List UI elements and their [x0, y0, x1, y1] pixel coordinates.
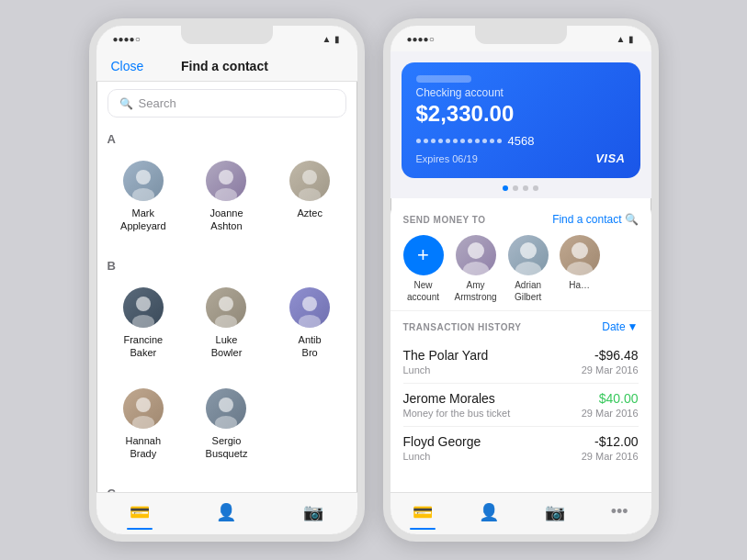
avatar: [123, 388, 164, 429]
transaction-polar-yard[interactable]: The Polar Yard -$96.48 Lunch 29 Mar 2016: [403, 341, 639, 384]
transaction-amount: -$12.00: [594, 434, 638, 449]
card-brand: VISA: [595, 151, 625, 165]
time-display: 9:41 AM: [506, 33, 545, 44]
transaction-name: Floyd George: [403, 434, 481, 449]
contact-antib[interactable]: AntibBro: [270, 276, 350, 371]
status-icons: ▲ ▮: [323, 34, 341, 44]
carousel-dot-4: [533, 185, 538, 191]
account-type: Checking account: [416, 86, 626, 99]
recipient-amy[interactable]: AmyArmstrong: [455, 235, 497, 303]
status-bar-right: ●●●●○ 9:41 AM ▲ ▮: [390, 26, 651, 51]
transaction-sub-row: Lunch 29 Mar 2016: [403, 451, 639, 462]
transactions-section: TRANSACTION HISTORY Date ▼ The Polar Yar…: [390, 311, 651, 478]
signal-icon: ●●●●○: [407, 34, 435, 44]
svg-point-13: [132, 416, 154, 429]
tab-cards[interactable]: 💳: [130, 502, 150, 522]
left-phone: ●●●●○ 9:41 AM ▲ ▮ Close Find a contact 🔍…: [89, 18, 365, 542]
svg-point-24: [463, 262, 489, 275]
cards-icon: 💳: [130, 502, 150, 522]
cards-icon: 💳: [413, 502, 433, 522]
contact-name: JoanneAshton: [209, 207, 243, 233]
active-indicator: [127, 528, 153, 530]
recipient-name: AmyArmstrong: [455, 279, 497, 303]
transaction-description: Lunch: [403, 451, 431, 462]
tab-contacts[interactable]: 👤: [216, 502, 236, 522]
recipient-name: AdrianGilbert: [515, 279, 541, 303]
tab-cards-right[interactable]: 💳: [413, 502, 433, 522]
contact-mark[interactable]: MarkAppleyard: [104, 150, 184, 244]
contact-name: LukeBowler: [211, 333, 243, 360]
search-placeholder: Search: [139, 96, 176, 110]
recipient-name: Newaccount: [407, 279, 439, 303]
contact-joanne[interactable]: JoanneAshton: [187, 150, 266, 244]
find-contact-button[interactable]: Find a contact 🔍: [552, 213, 638, 226]
close-button[interactable]: Close: [111, 59, 144, 73]
svg-point-1: [132, 188, 154, 201]
contact-francine[interactable]: FrancineBaker: [104, 276, 184, 371]
carousel-indicators: [402, 185, 640, 191]
tab-bar: 💳 👤 📷: [96, 492, 357, 534]
new-account-item[interactable]: + Newaccount: [403, 235, 444, 303]
transaction-floyd[interactable]: Floyd George -$12.00 Lunch 29 Mar 2016: [403, 427, 639, 469]
contact-hannah[interactable]: HannahBrady: [104, 377, 184, 472]
svg-point-29: [572, 242, 588, 259]
avatar: [123, 161, 164, 201]
signal-icon: ●●●●○: [113, 34, 141, 44]
svg-point-10: [302, 297, 317, 311]
main-content: SEND MONEY TO Find a contact 🔍 + Newacco…: [390, 202, 651, 492]
tab-camera-right[interactable]: 📷: [545, 502, 565, 522]
svg-point-9: [215, 315, 237, 328]
recipient-partial[interactable]: Ha…: [560, 235, 600, 303]
avatar: [206, 388, 246, 429]
recipient-adrian[interactable]: AdrianGilbert: [508, 235, 549, 303]
transaction-sub-row: Money for the bus ticket 29 Mar 2016: [403, 408, 639, 419]
status-icons: ▲ ▮: [617, 34, 635, 44]
recipient-name: Ha…: [569, 279, 590, 291]
transaction-description: Money for the bus ticket: [403, 408, 511, 419]
transaction-amount: -$96.48: [594, 348, 638, 363]
avatar: [206, 161, 246, 201]
svg-point-2: [219, 170, 233, 185]
contact-name: Aztec: [297, 207, 323, 219]
camera-icon: 📷: [545, 502, 565, 522]
transaction-amount: $40.00: [599, 391, 639, 406]
tab-camera[interactable]: 📷: [303, 502, 323, 522]
transaction-jerome[interactable]: Jerome Morales $40.00 Money for the bus …: [403, 384, 639, 427]
svg-point-8: [219, 297, 233, 311]
section-a-header: A: [104, 125, 350, 150]
transaction-description: Lunch: [403, 364, 431, 375]
tab-contacts-right[interactable]: 👤: [479, 502, 499, 522]
transaction-main-row: The Polar Yard -$96.48: [403, 348, 639, 363]
search-icon: 🔍: [625, 213, 639, 226]
contacts-list: A MarkAppleyard JoanneAshton: [96, 125, 357, 492]
card-dot: [468, 139, 472, 143]
nav-bar: Close Find a contact: [96, 51, 357, 82]
transaction-name: Jerome Morales: [403, 391, 495, 406]
avatar: [123, 287, 164, 328]
battery-icon: ▮: [628, 34, 634, 44]
search-bar[interactable]: 🔍 Search: [108, 89, 346, 118]
contact-luke[interactable]: LukeBowler: [187, 276, 266, 371]
date-filter-text: Date: [602, 320, 625, 333]
avatar: [289, 161, 330, 201]
wifi-icon: ▲: [323, 34, 332, 44]
tab-more[interactable]: •••: [611, 502, 628, 521]
contact-sergio[interactable]: SergioBusquetz: [187, 377, 266, 472]
bank-name-blur: [416, 75, 471, 83]
card-last4: 4568: [508, 134, 535, 148]
transaction-date: 29 Mar 2016: [582, 451, 639, 462]
card-expires: Expires 06/19: [416, 153, 478, 164]
card-balance: $2,330.00: [416, 101, 626, 127]
new-account-button[interactable]: +: [403, 235, 444, 275]
svg-point-27: [515, 262, 541, 275]
svg-point-12: [136, 398, 151, 412]
section-c-header: C: [104, 479, 350, 492]
date-filter-button[interactable]: Date ▼: [602, 320, 638, 333]
card-carousel[interactable]: Checking account $2,330.00 4568: [390, 51, 651, 198]
contact-aztec[interactable]: Aztec: [270, 150, 350, 244]
section-b-header: B: [104, 252, 350, 276]
contact-name: MarkAppleyard: [120, 207, 166, 233]
card-dot: [490, 139, 494, 143]
card-dot: [453, 139, 458, 143]
carousel-dot-2: [513, 185, 518, 191]
